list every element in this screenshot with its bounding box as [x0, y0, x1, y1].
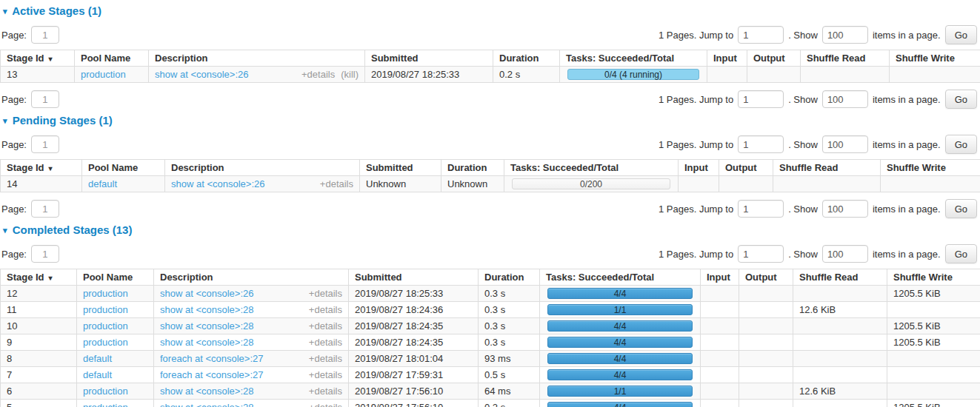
description-cell: show at <console>:26+details: [165, 176, 360, 192]
section-title[interactable]: ▾ Completed Stages (13): [3, 223, 980, 238]
details-toggle[interactable]: +details: [309, 353, 342, 364]
go-button[interactable]: Go: [945, 25, 977, 44]
pool-name-link[interactable]: production: [83, 304, 128, 315]
pool-name-link[interactable]: default: [83, 369, 112, 380]
stage-row: 7defaultforeach at <console>:27+details2…: [1, 367, 980, 383]
page-number-input[interactable]: [31, 26, 59, 44]
col-header-label: Pool Name: [81, 53, 130, 64]
jump-to-page-input[interactable]: [738, 26, 784, 44]
details-toggle[interactable]: +details: [309, 386, 342, 397]
col-header-output[interactable]: Output: [747, 50, 801, 67]
jump-to-page-input[interactable]: [738, 200, 784, 218]
shuffle-write-cell: [887, 367, 980, 383]
col-header-input[interactable]: Input: [701, 269, 739, 286]
section-title[interactable]: ▾ Pending Stages (1): [3, 114, 980, 128]
details-toggle[interactable]: +details: [301, 69, 335, 80]
description-link[interactable]: show at <console>:26: [160, 288, 303, 299]
col-header-description[interactable]: Description: [149, 50, 365, 67]
items-per-page-input[interactable]: [822, 200, 868, 218]
col-header-input[interactable]: Input: [707, 50, 747, 67]
col-header-duration[interactable]: Duration: [441, 160, 504, 176]
details-toggle[interactable]: +details: [309, 402, 342, 407]
description-link[interactable]: foreach at <console>:27: [160, 353, 303, 364]
stage-id-cell: 6: [1, 383, 77, 400]
col-header-shuffle-write[interactable]: Shuffle Write: [890, 50, 980, 67]
kill-link[interactable]: (kill): [341, 69, 359, 80]
col-header-shuffle-write[interactable]: Shuffle Write: [881, 160, 980, 176]
description-link[interactable]: show at <console>:28: [160, 320, 303, 332]
details-toggle[interactable]: +details: [309, 369, 342, 380]
details-toggle[interactable]: +details: [309, 320, 342, 332]
pool-name-link[interactable]: default: [88, 178, 117, 189]
col-header-submitted[interactable]: Submitted: [360, 160, 441, 176]
details-toggle[interactable]: +details: [309, 337, 342, 348]
pool-name-link[interactable]: default: [83, 353, 112, 364]
stage-id-cell: 5: [1, 400, 77, 407]
go-button[interactable]: Go: [945, 244, 977, 263]
col-header-tasks[interactable]: Tasks: Succeeded/Total: [560, 50, 707, 67]
col-header-pool[interactable]: Pool Name: [75, 50, 149, 67]
stage-id-cell: 12: [1, 286, 77, 302]
col-header-pool[interactable]: Pool Name: [77, 269, 154, 286]
pool-name-link[interactable]: production: [83, 320, 128, 332]
col-header-submitted[interactable]: Submitted: [349, 269, 479, 286]
pool-name-link[interactable]: production: [81, 69, 126, 80]
col-header-stage-id[interactable]: Stage Id▾: [1, 50, 75, 67]
col-header-duration[interactable]: Duration: [493, 50, 560, 67]
col-header-stage-id[interactable]: Stage Id▾: [1, 269, 77, 286]
output-cell: [739, 400, 793, 407]
col-header-tasks[interactable]: Tasks: Succeeded/Total: [504, 160, 679, 176]
description-link[interactable]: show at <console>:26: [155, 69, 296, 80]
details-toggle[interactable]: +details: [309, 304, 342, 315]
col-header-shuffle-read[interactable]: Shuffle Read: [773, 160, 881, 176]
description-link[interactable]: show at <console>:28: [160, 337, 303, 348]
jump-to-page-input[interactable]: [738, 90, 784, 108]
col-header-pool[interactable]: Pool Name: [82, 160, 165, 176]
col-header-shuffle-read[interactable]: Shuffle Read: [793, 269, 887, 286]
pool-name-link[interactable]: production: [83, 337, 128, 348]
col-header-label: Tasks: Succeeded/Total: [546, 272, 654, 283]
show-text: . Show: [788, 139, 818, 150]
details-toggle[interactable]: +details: [320, 178, 353, 189]
col-header-submitted[interactable]: Submitted: [365, 50, 493, 67]
col-header-output[interactable]: Output: [719, 160, 773, 176]
jump-to-page-input[interactable]: [738, 245, 784, 263]
items-per-page-input[interactable]: [822, 245, 868, 263]
shuffle-read-cell: [793, 351, 887, 367]
col-header-output[interactable]: Output: [739, 269, 793, 286]
col-header-tasks[interactable]: Tasks: Succeeded/Total: [540, 269, 701, 286]
page-selector: Page:: [1, 26, 59, 44]
page-label: Page:: [1, 204, 27, 215]
description-link[interactable]: show at <console>:28: [160, 304, 303, 315]
pool-name-cell: production: [77, 334, 154, 351]
col-header-description[interactable]: Description: [165, 160, 360, 176]
go-button[interactable]: Go: [945, 90, 977, 109]
pool-name-link[interactable]: production: [83, 386, 128, 397]
page-number-input[interactable]: [31, 245, 59, 263]
pool-name-link[interactable]: production: [83, 402, 128, 407]
items-per-page-input[interactable]: [822, 26, 868, 44]
col-header-shuffle-write[interactable]: Shuffle Write: [887, 269, 980, 286]
show-text: . Show: [788, 249, 818, 260]
page-number-input[interactable]: [31, 90, 59, 108]
description-link[interactable]: foreach at <console>:27: [160, 369, 303, 380]
page-number-input[interactable]: [31, 200, 59, 218]
page-number-input[interactable]: [31, 135, 59, 153]
col-header-duration[interactable]: Duration: [479, 269, 540, 286]
description-link[interactable]: show at <console>:26: [171, 178, 314, 189]
col-header-description[interactable]: Description: [154, 269, 349, 286]
details-toggle[interactable]: +details: [309, 288, 342, 299]
col-header-shuffle-read[interactable]: Shuffle Read: [801, 50, 890, 67]
section-title[interactable]: ▾ Active Stages (1): [3, 4, 980, 18]
col-header-input[interactable]: Input: [679, 160, 719, 176]
pagination-bar: Page: 1 Pages. Jump to . Show items in a…: [1, 244, 979, 263]
description-link[interactable]: show at <console>:28: [160, 402, 303, 407]
go-button[interactable]: Go: [945, 199, 977, 218]
jump-to-page-input[interactable]: [738, 135, 784, 153]
items-per-page-input[interactable]: [822, 90, 868, 108]
pool-name-link[interactable]: production: [83, 288, 128, 299]
description-link[interactable]: show at <console>:28: [160, 386, 303, 397]
col-header-stage-id[interactable]: Stage Id▾: [1, 160, 82, 176]
go-button[interactable]: Go: [945, 135, 977, 154]
items-per-page-input[interactable]: [822, 135, 868, 153]
